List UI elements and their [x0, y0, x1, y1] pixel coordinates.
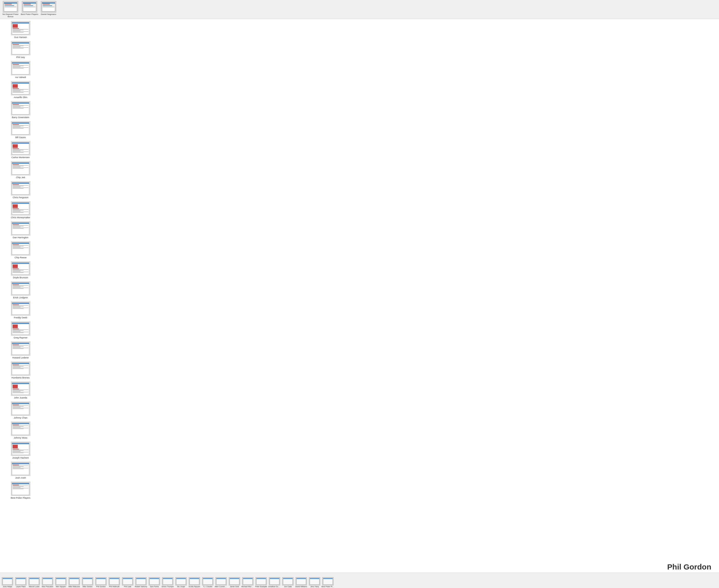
sidebar-item-0[interactable]: Gus Hansen	[0, 21, 41, 39]
bottom-thumb-17	[229, 577, 240, 585]
bottom-item-19[interactable]: Peter Eastgate	[255, 577, 268, 587]
sidebar-thumb-16	[11, 341, 30, 356]
sidebar: Gus HansenPhil IveyAvi VahediAmarillo Sl…	[0, 19, 41, 503]
topbar-thumb-0	[3, 1, 18, 13]
sidebar-label-19: Johnny Chan	[14, 417, 27, 419]
sidebar-thumb-20	[11, 422, 30, 436]
bottom-thumb-1	[15, 577, 26, 585]
sidebar-label-7: Chip Jett	[16, 176, 25, 179]
sidebar-item-1[interactable]: Phil Ivey	[0, 41, 41, 59]
topbar-label-2: Daniel Negreanu	[41, 13, 56, 15]
sidebar-item-22[interactable]: Josh Arieh	[0, 461, 41, 480]
sidebar-thumb-18	[11, 382, 30, 396]
sidebar-item-12[interactable]: Doyle Brunson	[0, 261, 41, 279]
bottom-thumb-6	[82, 577, 93, 585]
bottom-label-20: Jonathan Duhamel	[268, 586, 281, 587]
bottom-label-21: Joe Cada	[284, 586, 292, 587]
bottom-item-20[interactable]: Jonathan Duhamel	[268, 577, 281, 587]
sidebar-thumb-23	[11, 482, 30, 496]
bottom-item-0[interactable]: Juha Helppi	[1, 577, 14, 587]
bottom-item-21[interactable]: Joe Cada	[281, 577, 294, 587]
sidebar-item-9[interactable]: Chris Moneymaker	[0, 201, 41, 219]
bottom-item-8[interactable]: Phil Hellmuth	[108, 577, 121, 587]
bottom-label-5: Mike Matusow	[68, 586, 80, 587]
topbar-item-1[interactable]: Best Poker Players	[21, 1, 39, 15]
sidebar-thumb-7	[11, 161, 30, 175]
sidebar-label-12: Doyle Brunson	[13, 276, 28, 279]
bottom-label-4: Men Nguyen	[56, 586, 66, 587]
sidebar-item-15[interactable]: Greg Raymer	[0, 321, 41, 339]
sidebar-thumb-8	[11, 181, 30, 195]
sidebar-thumb-17	[11, 361, 30, 376]
bottom-item-12[interactable]: Simon Trumper	[161, 577, 174, 587]
sidebar-label-1: Phil Ivey	[16, 56, 25, 59]
bottom-thumb-8	[109, 577, 120, 585]
bottom-item-2[interactable]: Marcel Luske	[28, 577, 41, 587]
bottom-item-13[interactable]: Stu Ungar	[175, 577, 187, 587]
bottom-thumb-14	[189, 577, 200, 585]
sidebar-thumb-12	[11, 261, 30, 275]
bottom-item-24[interactable]: Best Poker Players	[321, 577, 334, 587]
bottom-item-18[interactable]: Michael Mizrachi	[241, 577, 254, 587]
sidebar-thumb-11	[11, 241, 30, 255]
bottom-item-17[interactable]: Jamie Gold	[228, 577, 241, 587]
sidebar-thumb-9	[11, 201, 30, 215]
sidebar-item-4[interactable]: Barry Greenstein	[0, 101, 41, 119]
bottom-strip: Juha HelppiLayne FlackMarcel LuskeMax Pe…	[0, 573, 719, 588]
sidebar-item-23[interactable]: Best Poker Players	[0, 481, 41, 500]
bottom-item-23[interactable]: Jerry Yang	[308, 577, 321, 587]
bottom-label-23: Jerry Yang	[310, 586, 319, 587]
sidebar-item-6[interactable]: Carlos Mortensen	[0, 141, 41, 159]
bottom-thumb-24	[322, 577, 334, 585]
sidebar-thumb-15	[11, 321, 30, 336]
bottom-thumb-10	[135, 577, 147, 585]
sidebar-thumb-10	[11, 221, 30, 235]
sidebar-item-13[interactable]: Erick Lindgren	[0, 281, 41, 299]
bottom-label-24: Best Poker Players	[321, 586, 334, 587]
sidebar-item-8[interactable]: Chris Ferguson	[0, 181, 41, 199]
sidebar-label-15: Greg Raymer	[14, 336, 27, 339]
bottom-item-9[interactable]: Phil Laak	[121, 577, 134, 587]
sidebar-item-20[interactable]: Johnny Moss	[0, 421, 41, 440]
sidebar-item-2[interactable]: Avi Vahedi	[0, 61, 41, 79]
sidebar-item-3[interactable]: Amarillo Slim	[0, 81, 41, 99]
sidebar-item-11[interactable]: Chip Reese	[0, 241, 41, 259]
topbar-thumb-2	[41, 1, 56, 13]
bottom-label-6: Mike Sexton	[83, 586, 93, 587]
phil-gordon-label: Phil Gordon	[667, 563, 711, 571]
bottom-item-22[interactable]: David Williams	[295, 577, 308, 587]
bottom-item-16[interactable]: Allen Cunningham	[215, 577, 228, 587]
sidebar-item-7[interactable]: Chip Jett	[0, 161, 41, 179]
sidebar-item-21[interactable]: Joseph Hachem	[0, 441, 41, 460]
sidebar-item-16[interactable]: Howard Lederer	[0, 341, 41, 359]
bottom-item-15[interactable]: T.J. Cloutier	[201, 577, 214, 587]
topbar-item-0[interactable]: No Deposit Poker Bonus	[2, 1, 20, 18]
bottom-item-4[interactable]: Men Nguyen	[55, 577, 67, 587]
bottom-item-6[interactable]: Mike Sexton	[81, 577, 94, 587]
main-content: Gus HansenPhil IveyAvi VahediAmarillo Sl…	[0, 19, 719, 503]
bottom-thumb-9	[122, 577, 133, 585]
sidebar-item-19[interactable]: Johnny Chan	[0, 401, 41, 420]
bottom-item-11[interactable]: Sam Farha	[148, 577, 161, 587]
topbar-item-2[interactable]: Daniel Negreanu	[40, 1, 58, 15]
topbar-label-1: Best Poker Players	[21, 13, 38, 15]
bottom-item-7[interactable]: Phil Gordon	[94, 577, 107, 587]
sidebar-thumb-5	[11, 121, 30, 135]
bottom-label-2: Marcel Luske	[29, 586, 40, 587]
sidebar-label-13: Erick Lindgren	[13, 296, 28, 299]
sidebar-item-17[interactable]: Humberto Brenes	[0, 361, 41, 379]
bottom-item-5[interactable]: Mike Matusow	[68, 577, 81, 587]
bottom-thumb-2	[28, 577, 40, 585]
sidebar-item-5[interactable]: Bill Gazes	[0, 121, 41, 139]
sidebar-label-9: Chris Moneymaker	[11, 216, 30, 219]
bottom-item-1[interactable]: Layne Flack	[14, 577, 27, 587]
bottom-label-22: David Williams	[295, 586, 307, 587]
sidebar-thumb-3	[11, 81, 30, 95]
bottom-label-19: Peter Eastgate	[255, 586, 267, 587]
bottom-item-10[interactable]: Robert Varkony	[134, 577, 147, 587]
sidebar-item-10[interactable]: Dan Harrington	[0, 221, 41, 239]
sidebar-item-18[interactable]: John Juanda	[0, 381, 41, 400]
bottom-item-3[interactable]: Max Pescatori	[41, 577, 54, 587]
bottom-item-14[interactable]: Scotty Nguyen	[188, 577, 201, 587]
sidebar-item-14[interactable]: Freddy Deeb	[0, 301, 41, 319]
